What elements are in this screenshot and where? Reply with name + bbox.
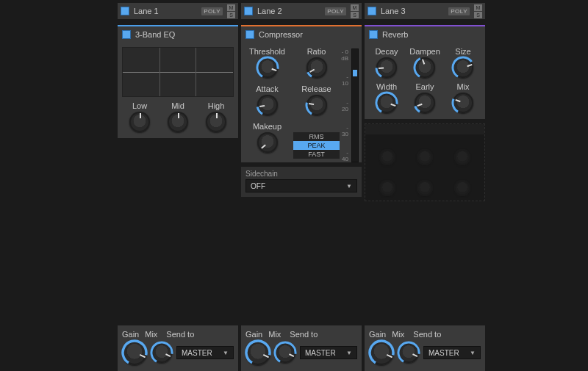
lane-3-header: Lane 3 POLY M S — [365, 3, 485, 19]
foot-gain-label: Gain — [369, 330, 386, 339]
lane-1-mute-solo: M S — [227, 4, 235, 18]
rev-width-label: Width — [376, 82, 397, 91]
rev-width-knob[interactable] — [376, 93, 397, 113]
lane-2-solo-button[interactable]: S — [351, 12, 359, 18]
rev-mix-label: Mix — [456, 82, 469, 91]
lane-2-mix-knob[interactable] — [275, 342, 295, 363]
compressor-enable-toggle[interactable] — [245, 30, 254, 39]
svg-point-11 — [150, 341, 173, 364]
reverb-enable-toggle[interactable] — [369, 30, 378, 39]
comp-mode-rms[interactable]: RMS — [293, 132, 340, 141]
lane-2: Lane 2 POLY M S Compressor Threshold — [241, 3, 362, 201]
foot-sendto-label: Send to — [290, 330, 318, 339]
lane-2-sendto-dropdown[interactable]: MASTER ▼ — [300, 346, 357, 359]
lane-1-poly-badge: POLY — [201, 7, 223, 15]
foot-gain-label: Gain — [245, 330, 262, 339]
rev-dampen-label: Dampen — [409, 47, 440, 56]
svg-point-3 — [305, 93, 329, 117]
lane-3-sendto-dropdown[interactable]: MASTER ▼ — [423, 346, 481, 359]
lane-1-mix-knob[interactable] — [151, 342, 172, 363]
caret-down-icon: ▼ — [223, 350, 229, 356]
foot-gain-label: Gain — [122, 330, 139, 339]
rev-size-label: Size — [455, 47, 470, 56]
eq-header: 3-Band EQ — [118, 26, 238, 43]
reverb-body: Decay Dampen — [365, 43, 485, 119]
foot-sendto-label: Send to — [166, 330, 194, 339]
comp-ratio-knob[interactable] — [306, 57, 327, 78]
comp-sidechain-section: Sidechain OFF ▼ — [241, 167, 362, 197]
comp-mode-peak[interactable]: PEAK — [293, 141, 340, 150]
lane-2-mute-solo: M S — [351, 4, 359, 18]
lane-1-sendto-dropdown[interactable]: MASTER ▼ — [176, 346, 234, 359]
comp-sidechain-value: OFF — [251, 182, 265, 190]
rev-mix-knob[interactable] — [453, 93, 473, 113]
lane-1: Lane 1 POLY M S 3-Band EQ — [118, 3, 238, 201]
eq-high-knob[interactable] — [206, 112, 226, 132]
lane-1-title[interactable]: Lane 1 — [134, 7, 197, 15]
comp-threshold-label: Threshold — [249, 47, 285, 56]
caret-down-icon: ▼ — [470, 350, 476, 356]
eq-enable-toggle[interactable] — [122, 30, 131, 39]
rev-size-knob[interactable] — [453, 57, 473, 78]
meter-tick: - 40 — [341, 149, 348, 162]
rev-decay-label: Decay — [375, 47, 398, 56]
foot-mix-label: Mix — [268, 330, 281, 339]
comp-sidechain-dropdown[interactable]: OFF ▼ — [245, 179, 357, 192]
lane-headers-row: Lane 1 POLY M S 3-Band EQ — [118, 0, 485, 201]
comp-makeup-knob[interactable] — [257, 132, 278, 153]
comp-sidechain-label: Sidechain — [245, 170, 357, 178]
compressor-header: Compressor — [241, 26, 362, 43]
eq-low-knob[interactable] — [129, 112, 150, 132]
lane-2-footer: Gain Mix Send to MASTER ▼ — [241, 325, 362, 371]
lane-3-title[interactable]: Lane 3 — [381, 7, 444, 15]
comp-threshold-knob[interactable] — [257, 57, 278, 78]
comp-mode-fast[interactable]: FAST — [293, 150, 340, 159]
compressor-title: Compressor — [259, 30, 303, 39]
eq-high-label: High — [208, 101, 225, 110]
comp-attack-knob[interactable] — [257, 95, 278, 115]
comp-release-label: Release — [301, 84, 331, 93]
eq-title: 3-Band EQ — [135, 30, 175, 39]
empty-effect-slot[interactable] — [365, 123, 485, 201]
meter-tick: - 0 dB — [341, 48, 348, 62]
lane-3-enable-toggle[interactable] — [368, 7, 376, 15]
rev-dampen-knob[interactable] — [415, 57, 435, 78]
lane-3-gain-knob[interactable] — [369, 340, 394, 365]
rev-early-knob[interactable] — [415, 93, 435, 113]
comp-attack-label: Attack — [256, 84, 279, 93]
lane-1-gain-knob[interactable] — [122, 340, 147, 365]
comp-mode-selector: RMS PEAK FAST — [293, 132, 340, 159]
lane-3-mix-knob[interactable] — [398, 342, 419, 363]
compressor-body: Threshold Ratio — [241, 43, 362, 162]
lane-3-mute-button[interactable]: M — [474, 4, 482, 11]
lane-3-mute-solo: M S — [474, 4, 482, 18]
svg-point-0 — [256, 56, 279, 79]
eq-mid-knob[interactable] — [168, 112, 188, 132]
lane-1-header: Lane 1 POLY M S — [118, 3, 238, 19]
lane-3: Lane 3 POLY M S Reverb Decay — [365, 3, 485, 201]
lane-1-enable-toggle[interactable] — [121, 7, 129, 15]
mixer-lanes: Lane 1 POLY M S 3-Band EQ — [118, 0, 485, 371]
lane-2-enable-toggle[interactable] — [244, 7, 253, 15]
lane-footer-row: Gain Mix Send to MASTER ▼ — [118, 325, 485, 371]
lane-1-solo-button[interactable]: S — [227, 12, 235, 18]
lane-2-mute-button[interactable]: M — [351, 4, 359, 11]
lane-1-mute-button[interactable]: M — [227, 4, 235, 11]
svg-point-1 — [305, 56, 329, 79]
svg-point-13 — [273, 341, 297, 364]
lane-2-sendto-value: MASTER — [305, 349, 336, 357]
comp-makeup-label: Makeup — [253, 122, 282, 131]
lane-2-gain-knob[interactable] — [245, 340, 270, 365]
comp-release-knob[interactable] — [306, 95, 327, 115]
svg-point-2 — [256, 93, 279, 117]
meter-tick: - 30 — [341, 124, 348, 137]
eq-graph[interactable] — [122, 47, 234, 97]
svg-point-5 — [413, 56, 437, 79]
lane-3-solo-button[interactable]: S — [474, 12, 482, 18]
caret-down-icon: ▼ — [346, 350, 352, 356]
lane-3-poly-badge: POLY — [448, 7, 470, 15]
lane-2-title[interactable]: Lane 2 — [257, 7, 320, 15]
eq-mid-label: Mid — [171, 101, 184, 110]
rev-decay-knob[interactable] — [376, 57, 397, 78]
lane-1-footer: Gain Mix Send to MASTER ▼ — [118, 325, 238, 371]
